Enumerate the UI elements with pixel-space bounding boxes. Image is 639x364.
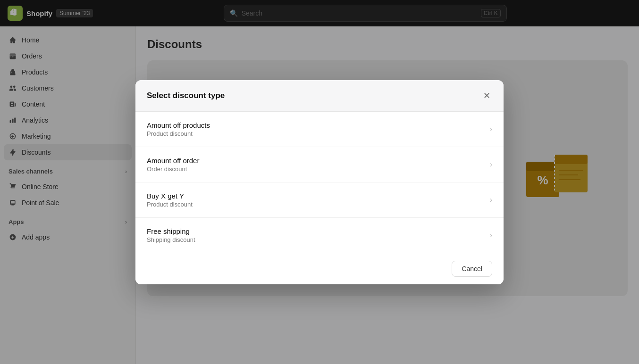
modal-header: Select discount type ✕ xyxy=(135,80,504,112)
discount-option-amount-off-products[interactable]: Amount off products Product discount › xyxy=(135,112,504,147)
amount-off-products-subtitle: Product discount xyxy=(147,130,210,137)
chevron-right-icon-option0: › xyxy=(490,125,492,133)
free-shipping-title: Free shipping xyxy=(147,227,195,235)
chevron-right-icon-option2: › xyxy=(490,196,492,204)
chevron-right-icon-option1: › xyxy=(490,160,492,169)
modal-close-button[interactable]: ✕ xyxy=(481,89,492,103)
amount-off-products-title: Amount off products xyxy=(147,121,210,129)
cancel-button[interactable]: Cancel xyxy=(452,261,492,277)
modal-body: Amount off products Product discount › A… xyxy=(135,112,504,253)
amount-off-products-info: Amount off products Product discount xyxy=(147,121,210,137)
modal-footer: Cancel xyxy=(135,253,504,284)
modal-title: Select discount type xyxy=(147,91,225,100)
close-icon: ✕ xyxy=(483,91,490,101)
discount-option-free-shipping[interactable]: Free shipping Shipping discount › xyxy=(135,218,504,253)
free-shipping-subtitle: Shipping discount xyxy=(147,236,195,243)
chevron-right-icon-option3: › xyxy=(490,231,492,240)
select-discount-type-modal: Select discount type ✕ Amount off produc… xyxy=(135,80,504,284)
buy-x-get-y-title: Buy X get Y xyxy=(147,192,193,200)
discount-option-buy-x-get-y[interactable]: Buy X get Y Product discount › xyxy=(135,182,504,218)
amount-off-order-title: Amount off order xyxy=(147,157,199,165)
amount-off-order-subtitle: Order discount xyxy=(147,165,199,173)
buy-x-get-y-subtitle: Product discount xyxy=(147,201,193,208)
buy-x-get-y-info: Buy X get Y Product discount xyxy=(147,192,193,208)
modal-overlay[interactable]: Select discount type ✕ Amount off produc… xyxy=(0,0,639,364)
discount-option-amount-off-order[interactable]: Amount off order Order discount › xyxy=(135,147,504,182)
amount-off-order-info: Amount off order Order discount xyxy=(147,157,199,173)
free-shipping-info: Free shipping Shipping discount xyxy=(147,227,195,243)
